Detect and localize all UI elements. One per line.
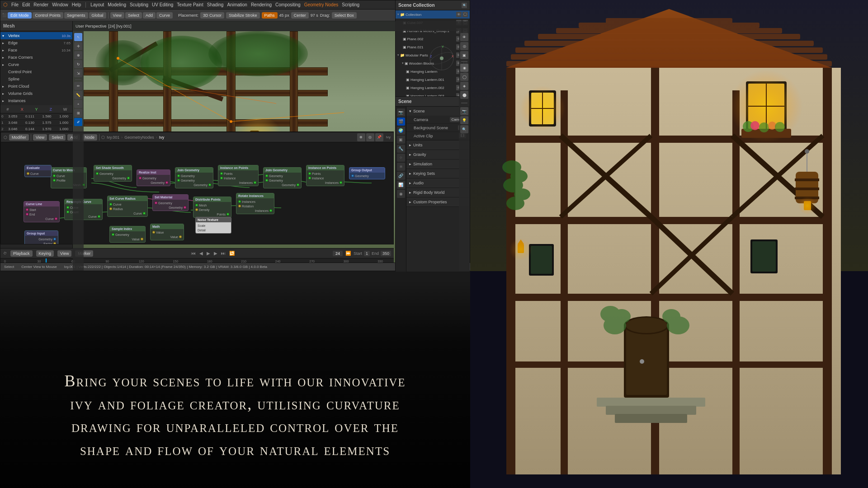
ne-pin-btn[interactable]: 📌 xyxy=(375,133,383,141)
tab-animation[interactable]: Animation xyxy=(227,2,247,7)
move-tool-btn[interactable]: ⊕ xyxy=(74,51,82,59)
tl-prev-frame-btn[interactable]: ◀ xyxy=(198,251,204,256)
node-2[interactable]: Set Shade Smooth Geometry Geometry xyxy=(94,165,132,182)
node-m4[interactable]: Set Material Geometry Geometry xyxy=(152,194,189,211)
prop-material-icon[interactable]: ◉ xyxy=(397,190,405,198)
ne-select-btn[interactable]: Select xyxy=(49,134,66,141)
prop-scene-icon[interactable]: 🎬 xyxy=(397,117,405,126)
sidebar-item-instances[interactable]: ▸ Instances xyxy=(0,97,72,104)
sidebar-item-spline[interactable]: Spline xyxy=(0,75,72,83)
select-box-btn[interactable]: Select Box xyxy=(332,12,357,19)
node-4[interactable]: Join Geometry Geometry Geometry Geometry xyxy=(175,167,213,188)
prop-physics-icon[interactable]: ⚛ xyxy=(397,163,405,171)
navigation-widget[interactable]: X Y Z xyxy=(428,45,455,72)
measure-tool-btn[interactable]: 📏 xyxy=(74,91,82,99)
view-btn[interactable]: View xyxy=(110,12,124,19)
tab-shading[interactable]: Shading xyxy=(207,2,224,7)
viewport-wire-btn[interactable]: ◯ xyxy=(460,73,468,81)
ne-view-btn[interactable]: View xyxy=(33,134,47,141)
node-m5[interactable]: Distribute Points Mesh Density Points xyxy=(193,197,231,218)
menu-render[interactable]: Render xyxy=(33,2,48,7)
paths-btn[interactable]: Paths xyxy=(262,12,278,19)
rotate-tool-btn[interactable]: ↻ xyxy=(74,60,82,68)
sidebar-item-face[interactable]: ▸ Face 10.34 xyxy=(0,47,72,54)
cursor-btn[interactable]: 3D Cursor xyxy=(200,12,224,19)
sidebar-item-curve[interactable]: ▸ Curve xyxy=(0,61,72,68)
node-3[interactable]: Realize Inst Geometry Geometry xyxy=(137,169,170,186)
tl-keying-btn[interactable]: Keying xyxy=(36,250,54,257)
viewport-camera-btn[interactable]: 📷 xyxy=(460,107,468,115)
menu-edit[interactable]: Edit xyxy=(22,2,30,7)
select-btn[interactable]: Select xyxy=(125,12,142,19)
menu-window[interactable]: Window xyxy=(52,2,68,7)
ne-overlay-btn[interactable]: ◎ xyxy=(366,133,374,141)
add-btn[interactable]: Add xyxy=(143,12,156,19)
add-tool-btn[interactable]: + xyxy=(74,100,82,108)
segments-btn[interactable]: Segments xyxy=(64,12,88,19)
draw-tool-btn[interactable]: ✐ xyxy=(74,118,82,126)
ne-modifier-btn[interactable]: Modifier xyxy=(9,134,29,141)
tl-play-btn[interactable]: ▶ xyxy=(206,251,211,256)
select-tool-btn[interactable]: ↖ xyxy=(74,33,82,41)
node-b1[interactable]: Group Input Geometry Factor xyxy=(24,230,58,244)
sidebar-item-edge[interactable]: ▸ Edge 7.65 xyxy=(0,39,72,47)
tab-layout[interactable]: Layout xyxy=(90,2,104,7)
collection-item-0[interactable]: ▾ 📁 Collection 👁 🖵 xyxy=(396,10,470,19)
tl-end-value[interactable]: 350 xyxy=(381,251,391,256)
tab-rendering[interactable]: Rendering xyxy=(251,2,272,7)
annotate-tool-btn[interactable]: ✏ xyxy=(74,82,82,90)
prop-modifier-icon[interactable]: 🔧 xyxy=(397,145,405,153)
node-m7[interactable]: Rotate Instances Instances Rotation Inst… xyxy=(236,193,274,214)
node-m1[interactable]: Curve Line Start End Curve xyxy=(24,201,60,222)
node-l2[interactable]: Math Value Value xyxy=(150,224,184,240)
tab-sculpting[interactable]: Sculpting xyxy=(130,2,148,7)
node-5[interactable]: Instance on Points Points Instance Insta… xyxy=(218,165,259,186)
viewport-zoom-btn[interactable]: 🔍 xyxy=(460,125,468,133)
tl-playback-btn[interactable]: Playback xyxy=(10,250,33,257)
tab-geometry-nodes[interactable]: Geometry Nodes xyxy=(304,2,339,7)
menu-file[interactable]: File xyxy=(11,2,19,7)
viewport-xray-btn[interactable]: ▣ xyxy=(460,51,468,59)
tl-next-frame-btn[interactable]: ▶ xyxy=(213,251,218,256)
prop-render-icon[interactable]: 📷 xyxy=(397,108,405,117)
viewport-perspective-btn[interactable]: 👁 xyxy=(460,33,468,41)
tl-jump-end-btn[interactable]: ⏭ xyxy=(220,251,226,256)
sidebar-item-point-cloud[interactable]: ▸ Point Cloud xyxy=(0,83,72,90)
sidebar-item-volume-grids[interactable]: ▸ Volume Grids xyxy=(0,90,72,97)
viewport-overlay-btn[interactable]: ◎ xyxy=(460,42,468,50)
sidebar-item-control-point[interactable]: Control Point xyxy=(0,68,72,75)
node-l1[interactable]: Sample Index Geometry Value xyxy=(109,226,146,243)
tl-jump-start-btn[interactable]: ⏮ xyxy=(190,251,197,256)
tl-view-btn[interactable]: View xyxy=(57,250,71,257)
tab-texture[interactable]: Texture Paint xyxy=(177,2,203,7)
tab-compositing[interactable]: Compositing xyxy=(275,2,301,7)
extrude-tool-btn[interactable]: ⊞ xyxy=(74,109,82,117)
tl-loop-btn[interactable]: 🔁 xyxy=(228,251,236,256)
control-points-btn[interactable]: Control Points xyxy=(33,12,64,19)
viewport-render-btn[interactable]: ⬤ xyxy=(460,91,468,99)
node-canvas[interactable]: Curve to Mesh Curve Profile Mesh Set Sha… xyxy=(1,142,393,244)
viewport-solid-btn[interactable]: ◉ xyxy=(460,64,468,72)
tab-scripting[interactable]: Scripting xyxy=(342,2,359,7)
node-m6[interactable]: Noise Texture Scale Detail xyxy=(195,217,231,234)
menu-help[interactable]: Help xyxy=(72,2,81,7)
scale-tool-btn[interactable]: ⇲ xyxy=(74,69,82,77)
viewport-light-btn[interactable]: 💡 xyxy=(460,116,468,124)
collection-search-btn[interactable]: 🔍 xyxy=(462,3,467,8)
prop-particles-icon[interactable]: ⁘ xyxy=(397,154,405,162)
curve-btn[interactable]: Curve xyxy=(156,12,173,19)
ne-snap-btn[interactable]: ⊕ xyxy=(357,133,365,141)
prop-data-icon[interactable]: 📊 xyxy=(397,181,405,189)
sidebar-item-vertex[interactable]: ▾ Vertex 10.3s xyxy=(0,32,72,39)
center-btn[interactable]: Center xyxy=(291,12,309,19)
sidebar-item-face-corners[interactable]: ▸ Face Corners xyxy=(0,54,72,61)
edit-mode-btn[interactable]: Edit Mode xyxy=(8,12,32,19)
node-8[interactable]: Group Output Geometry xyxy=(349,167,385,179)
ne-node-btn[interactable]: Node xyxy=(82,134,97,141)
node-s1[interactable]: Evaluate Curve xyxy=(24,165,52,177)
node-7[interactable]: Instance on Points Points Instance Insta… xyxy=(306,165,344,186)
tl-current-frame[interactable]: 24 xyxy=(333,251,343,256)
tl-start-value[interactable]: 1 xyxy=(364,251,370,256)
cursor-tool-btn[interactable]: ✛ xyxy=(74,42,82,50)
tab-modeling[interactable]: Modeling xyxy=(108,2,126,7)
